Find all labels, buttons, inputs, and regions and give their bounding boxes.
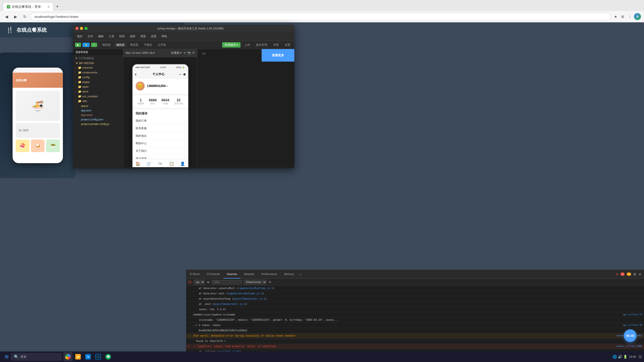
new-tab-button[interactable]: +: [55, 4, 60, 10]
green-btn3[interactable]: ✓: [91, 43, 97, 47]
rotate-icon[interactable]: ⟳: [192, 51, 195, 55]
floating-timer-button[interactable]: 00:45: [624, 329, 636, 342]
show-desktop-icon[interactable]: ⬛: [638, 355, 642, 358]
file-tree-section-open[interactable]: ▶ 打开的编辑器: [73, 56, 123, 61]
volume-icon[interactable]: 🔊: [618, 355, 622, 359]
menu-item-address[interactable]: 我的地址›: [136, 132, 185, 140]
taskbar-app-file[interactable]: 📁: [73, 352, 83, 361]
taskbar-app-vscode[interactable]: VS: [94, 352, 103, 361]
menu-item-select[interactable]: 选择: [128, 34, 137, 39]
msg-source-api[interactable]: api.js?[sm]:73: [623, 313, 642, 316]
file-tree-utils[interactable]: 📁 utils: [73, 99, 123, 104]
menu-item-project[interactable]: 项目: [75, 34, 84, 39]
file-tree-uni-modules[interactable]: 📁 uni_modules: [73, 94, 123, 99]
file-tree-static[interactable]: 📁 static: [73, 84, 123, 89]
msg-source-typeerror[interactable]: vendor.js?[sm]:2008: [616, 345, 642, 348]
version-mgmt-btn[interactable]: 版本管理: [254, 42, 269, 47]
menu-item-goto[interactable]: 转到: [118, 34, 126, 39]
menu-item-help[interactable]: 帮助中心›: [136, 140, 185, 147]
editor-tab[interactable]: 编辑器: [114, 42, 127, 47]
filter-input[interactable]: [212, 280, 242, 284]
user-phone-number[interactable]: 13689541254 ›: [147, 84, 168, 88]
menu-item-orders[interactable]: 我的订单›: [136, 117, 185, 125]
taskbar-search-box[interactable]: 🔍 搜索: [11, 353, 61, 360]
devtools-settings-icon[interactable]: ⚙: [633, 272, 636, 276]
reload-icon[interactable]: ↺: [184, 51, 186, 55]
taskbar-app-store[interactable]: 🛍: [84, 352, 93, 361]
menu-item-logout[interactable]: 退出登录›: [136, 155, 185, 159]
bottom-nav-cart[interactable]: 🛍 购物车: [157, 161, 163, 167]
menu-item-tools[interactable]: 工具: [107, 34, 116, 39]
start-button[interactable]: ⊞: [2, 353, 11, 360]
devtools-close-icon[interactable]: ✕: [638, 272, 641, 276]
tab-network[interactable]: Network: [240, 270, 258, 279]
bookmark-icon[interactable]: ★: [613, 14, 618, 19]
back-button[interactable]: ◀: [3, 13, 10, 20]
taskbar-app-wechat[interactable]: 💬: [104, 352, 113, 361]
compile-button[interactable]: ▶: [75, 43, 81, 47]
file-tree-app-js[interactable]: app.js: [73, 104, 123, 108]
tab-performance[interactable]: Performance: [258, 270, 281, 279]
blue-action-btn[interactable]: 查看更多: [262, 49, 294, 62]
clear-console-icon[interactable]: 🚫: [188, 281, 192, 284]
tab-sources[interactable]: Sources: [223, 270, 240, 279]
screenshot-icon[interactable]: 📷: [187, 51, 191, 55]
file-tree-pages[interactable]: 📁 pages: [73, 80, 123, 84]
file-tree-app-wxss[interactable]: app.wxss: [73, 113, 123, 117]
menu-item-interface[interactable]: 界面: [139, 34, 147, 39]
address-bar[interactable]: [30, 13, 611, 20]
menu-item-settings[interactable]: 设置: [149, 34, 158, 39]
battery-icon[interactable]: 🔋: [623, 355, 627, 359]
bottom-nav-orders[interactable]: 📋 订单: [169, 161, 174, 167]
more-tabs-icon[interactable]: »: [298, 273, 303, 276]
file-tree-store[interactable]: 📁 store: [73, 89, 123, 94]
top-frame-select[interactable]: top: [194, 280, 205, 285]
nav-close-icon[interactable]: ⊗: [183, 73, 186, 76]
menu-item-file[interactable]: 文件: [86, 34, 95, 39]
file-tree-project-config[interactable]: project.config.json: [73, 117, 123, 122]
menu-item-service[interactable]: 联系客服›: [136, 125, 185, 132]
settings-console-icon[interactable]: ⚙: [269, 281, 271, 284]
hotreload-toggle[interactable]: 热重载 ▾: [171, 51, 182, 55]
compile-right-btn[interactable]: 普通编译 ▾: [222, 42, 240, 48]
close-window-icon[interactable]: [75, 27, 78, 30]
maximize-window-icon[interactable]: [85, 27, 88, 30]
eye-icon[interactable]: 👁: [207, 281, 210, 284]
menu-item-help[interactable]: 帮助: [160, 34, 169, 39]
profile-avatar[interactable]: A: [634, 13, 641, 20]
file-tree-config[interactable]: 📁 config: [73, 75, 123, 80]
nav-options-icon[interactable]: ···: [179, 73, 181, 76]
minimize-window-icon[interactable]: [80, 27, 83, 30]
bottom-nav-miniapp[interactable]: 🛒 小程: [146, 161, 151, 167]
network-icon[interactable]: 🌐: [613, 355, 617, 359]
file-tree-common[interactable]: 📁 common: [73, 65, 123, 70]
menu-item-about[interactable]: 关于我们›: [136, 147, 185, 155]
extensions-icon[interactable]: ⊞: [620, 14, 625, 19]
settings-right-btn[interactable]: 设置: [283, 42, 292, 47]
menu-item-edit[interactable]: 编辑: [97, 34, 105, 39]
forward-button[interactable]: ▶: [12, 13, 19, 20]
file-tree-project-private[interactable]: project.private.config.js: [73, 122, 123, 126]
tab-elements[interactable]: ⊡ Wxml: [186, 270, 203, 279]
simulator-tab[interactable]: 模拟器: [100, 42, 113, 47]
details-btn[interactable]: 详情: [271, 42, 281, 47]
tab-memory[interactable]: Memory: [281, 270, 298, 279]
debugger-tab[interactable]: 调试器: [128, 42, 140, 47]
tab-close-button[interactable]: ×: [48, 5, 50, 9]
upload-btn[interactable]: 上传: [243, 42, 252, 47]
tab-console[interactable]: ⊡ Console: [203, 270, 223, 279]
real-machine-btn[interactable]: ⚡: [83, 43, 90, 47]
more-icon[interactable]: ⋮: [627, 14, 632, 19]
cloud-dev-tab[interactable]: 云开发: [156, 42, 168, 47]
reload-button[interactable]: ↻: [21, 13, 28, 20]
browser-tab-active[interactable]: 🍴 在线点餐系统 - 登录 ×: [3, 2, 53, 11]
file-tree-root[interactable]: ▼ MP-WEIXIN: [73, 61, 123, 65]
bottom-nav-profile[interactable]: 👤 我的: [180, 161, 185, 167]
taskbar-app-chrome[interactable]: [63, 352, 72, 361]
nav-back-icon[interactable]: ‹: [135, 72, 137, 77]
msg-source-token1[interactable]: api.js?[sm]:34: [623, 324, 642, 327]
bottom-nav-home[interactable]: 🏠 首页: [135, 161, 140, 167]
default-levels-select[interactable]: Default levels: [244, 280, 267, 285]
file-tree-app-json[interactable]: app.json: [73, 108, 123, 113]
file-tree-components[interactable]: 📁 components: [73, 70, 123, 75]
